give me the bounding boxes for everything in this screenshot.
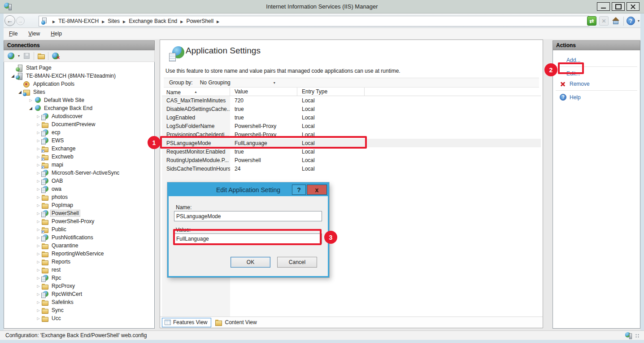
- create-connection-icon[interactable]: [7, 52, 15, 60]
- tree-item-pushnotifications[interactable]: ▷PushNotifications: [4, 233, 154, 242]
- breadcrumb-item-powershell[interactable]: PowerShell: [186, 18, 213, 24]
- minimize-button[interactable]: [597, 2, 610, 11]
- tree-item-sync[interactable]: ▷Sync: [4, 306, 154, 314]
- tree-expander-icon[interactable]: ▷: [35, 300, 41, 304]
- dialog-help-button[interactable]: ?: [292, 185, 306, 195]
- tree-item-popimap[interactable]: ▷PopImap: [4, 201, 154, 209]
- tree-item-ucc[interactable]: ▷Ucc: [4, 314, 154, 322]
- tree-expander-icon[interactable]: ▷: [35, 268, 41, 272]
- maximize-button[interactable]: [612, 2, 625, 11]
- breadcrumb-item-exchange-back-end[interactable]: Exchange Back End: [129, 18, 177, 24]
- group-by-dropdown[interactable]: No Grouping: [200, 79, 231, 86]
- tree-expander-icon[interactable]: ▷: [35, 276, 41, 280]
- delete-connection-icon[interactable]: ✕: [52, 52, 59, 60]
- dialog-title-bar[interactable]: Edit Application Setting ? x: [169, 184, 328, 196]
- tree-item-mapi[interactable]: ▷mapi: [4, 161, 154, 169]
- tree-item-powershell-proxy[interactable]: ▷PowerShell-Proxy: [4, 217, 154, 225]
- tree-expander-icon[interactable]: ▷: [35, 228, 41, 232]
- column-value[interactable]: Value: [230, 88, 297, 96]
- tree-item-exchange[interactable]: ▷Exchange: [4, 145, 154, 153]
- dialog-close-button[interactable]: x: [307, 185, 327, 195]
- settings-row-logsubfoldername[interactable]: LogSubFolderNamePowershell-ProxyLocal: [162, 122, 541, 130]
- settings-row-sidscachetimeoutinhours[interactable]: SidsCacheTimeoutInHours24Local: [162, 164, 541, 173]
- tree-item-owa[interactable]: ▷owa: [4, 185, 154, 193]
- tree-expander-icon[interactable]: ◢: [28, 106, 34, 110]
- resize-grip[interactable]: [635, 334, 640, 338]
- tab-content-view[interactable]: Content View: [213, 318, 260, 327]
- tree-expander-icon[interactable]: ▷: [35, 171, 41, 175]
- tree-item-rest[interactable]: ▷rest: [4, 266, 154, 274]
- settings-row-logenabled[interactable]: LogEnabledtrueLocal: [162, 113, 541, 122]
- tab-features-view[interactable]: Features View: [162, 318, 211, 327]
- menu-view[interactable]: View: [28, 31, 40, 37]
- breadcrumb[interactable]: ▶TE-8MAN-EXCH▶Sites▶Exchange Back End▶Po…: [39, 16, 589, 26]
- tree-item-start-page[interactable]: Start Page: [4, 64, 154, 72]
- settings-row-disableadsettingscache[interactable]: DisableADSettingsCache...trueLocal: [162, 105, 541, 113]
- tree-expander-icon[interactable]: ◢: [10, 74, 16, 78]
- tree-item-rpcproxy[interactable]: ▷RpcProxy: [4, 282, 154, 290]
- tree-expander-icon[interactable]: ▷: [35, 236, 41, 240]
- settings-row-routingupdatemodule-p[interactable]: RoutingUpdateModule.P...PowershellLocal: [162, 156, 541, 164]
- tree-item-ecp[interactable]: ▷ecp: [4, 128, 154, 136]
- tree-item-rpcwithcert[interactable]: ▷RpcWithCert: [4, 290, 154, 298]
- tree-expander-icon[interactable]: ▷: [35, 147, 41, 151]
- tree-expander-icon[interactable]: ▷: [28, 98, 34, 102]
- tree-item-autodiscover[interactable]: ▷Autodiscover: [4, 112, 154, 120]
- help-icon[interactable]: ?: [627, 17, 635, 25]
- tree-expander-icon[interactable]: ▷: [35, 139, 41, 143]
- tree-item-reports[interactable]: ▷Reports: [4, 258, 154, 266]
- name-field[interactable]: [174, 211, 322, 221]
- tree-expander-icon[interactable]: ▷: [35, 155, 41, 159]
- tree-item-default-web-site[interactable]: ▷Default Web Site: [4, 96, 154, 104]
- tree-item-safelinks[interactable]: ▷Safelinks: [4, 298, 154, 306]
- action-remove[interactable]: Remove: [553, 79, 640, 89]
- create-connection-caret[interactable]: ▾: [18, 54, 20, 58]
- tree-expander-icon[interactable]: ▷: [35, 220, 41, 224]
- action-help[interactable]: ?Help: [553, 92, 640, 102]
- tree-item-reportingwebservice[interactable]: ▷ReportingWebService: [4, 250, 154, 258]
- tree-item-public[interactable]: ▷Public: [4, 225, 154, 233]
- column-name[interactable]: Name▲: [162, 88, 230, 96]
- tree-expander-icon[interactable]: ▷: [35, 292, 41, 296]
- breadcrumb-item-sites[interactable]: Sites: [108, 18, 120, 24]
- refresh-icon[interactable]: ⇄: [587, 16, 596, 26]
- group-by-caret[interactable]: ▾: [274, 81, 275, 85]
- tree-expander-icon[interactable]: ▷: [35, 195, 41, 199]
- tree-expander-icon[interactable]: ▷: [35, 187, 41, 191]
- column-entry-type[interactable]: Entry Type: [297, 88, 365, 96]
- tree-item-application-pools[interactable]: Application Pools: [4, 80, 154, 88]
- tree-expander-icon[interactable]: ▷: [35, 317, 41, 321]
- tree-expander-icon[interactable]: ▷: [35, 252, 41, 256]
- back-button[interactable]: ←: [4, 15, 15, 26]
- tree-expander-icon[interactable]: ▷: [35, 163, 41, 167]
- tree-expander-icon[interactable]: ▷: [35, 179, 41, 183]
- tree-item-photos[interactable]: ▷photos: [4, 193, 154, 201]
- tree-item-oab[interactable]: ▷OAB: [4, 177, 154, 185]
- tree-item-te-8man-exch-8man-te-teadmin[interactable]: ◢TE-8MAN-EXCH (8MAN-TE\teadmin): [4, 72, 154, 80]
- cancel-button[interactable]: Cancel: [277, 257, 317, 268]
- tree-item-rpc[interactable]: ▷Rpc: [4, 274, 154, 282]
- tree-expander-icon[interactable]: ▷: [35, 203, 41, 207]
- tree-expander-icon[interactable]: ▷: [35, 131, 41, 135]
- close-button[interactable]: [627, 2, 640, 11]
- ok-button[interactable]: OK: [231, 257, 270, 268]
- tree-expander-icon[interactable]: ▷: [35, 114, 41, 119]
- up-folder-icon[interactable]: [37, 52, 45, 60]
- tree-expander-icon[interactable]: ▷: [35, 123, 41, 127]
- tree-item-quarantine[interactable]: ▷Quarantine: [4, 242, 154, 250]
- tree-expander-icon[interactable]: ▷: [35, 260, 41, 264]
- tree-item-exchweb[interactable]: ▷Exchweb: [4, 153, 154, 161]
- menu-help[interactable]: Help: [51, 31, 62, 37]
- tree-expander-icon[interactable]: ▷: [35, 284, 41, 288]
- tree-item-documentpreview[interactable]: ▷DocumentPreview: [4, 120, 154, 128]
- breadcrumb-item-te-8man-exch[interactable]: TE-8MAN-EXCH: [58, 18, 99, 24]
- tree-expander-icon[interactable]: ▷: [35, 308, 41, 312]
- home-icon[interactable]: [611, 16, 621, 26]
- tree-item-microsoft-server-activesync[interactable]: ▷Microsoft-Server-ActiveSync: [4, 169, 154, 177]
- tree-item-sites[interactable]: ◢Sites: [4, 88, 154, 96]
- tree-item-ews[interactable]: ▷EWS: [4, 136, 154, 145]
- tree-expander-icon[interactable]: ▷: [35, 211, 41, 215]
- settings-row-cas-maxtimeinminutes[interactable]: CAS_MaxTimeInMinutes720Local: [162, 96, 541, 105]
- tree-item-exchange-back-end[interactable]: ◢Exchange Back End: [4, 104, 154, 112]
- tree-expander-icon[interactable]: ◢: [17, 90, 23, 94]
